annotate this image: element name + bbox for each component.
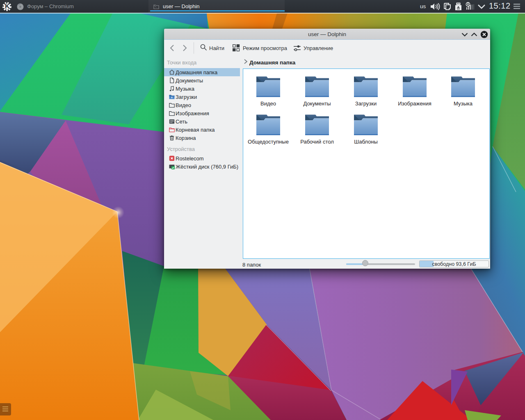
- svg-text:K: K: [5, 3, 10, 10]
